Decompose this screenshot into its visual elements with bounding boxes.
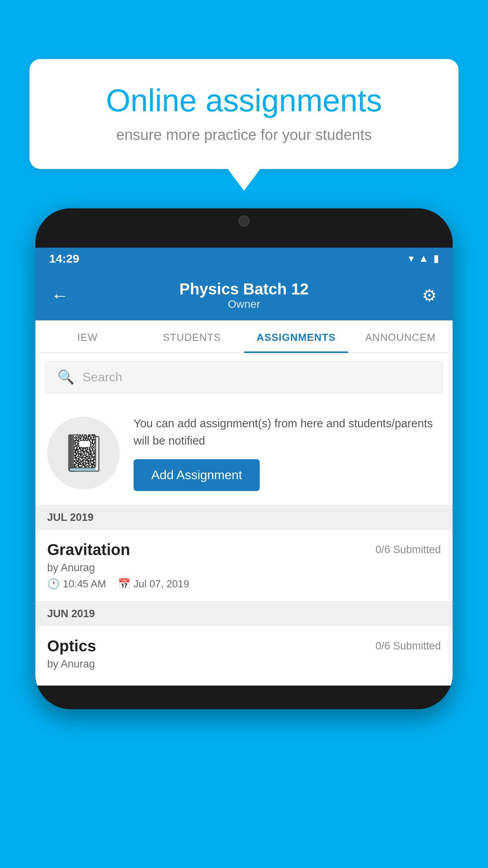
add-assignment-button[interactable]: Add Assignment xyxy=(134,459,260,491)
app-header: ← Physics Batch 12 Owner ⚙ xyxy=(35,269,453,320)
section-header-jul: JUL 2019 xyxy=(35,505,453,530)
speech-bubble-container: Online assignments ensure more practice … xyxy=(29,59,459,169)
assignment-item-header: Gravitation 0/6 Submitted xyxy=(47,541,441,559)
assignment-meta-gravitation: 🕐 10:45 AM 📅 Jul 07, 2019 xyxy=(47,578,441,590)
assignment-by-gravitation: by Anurag xyxy=(47,562,441,574)
assignment-submitted-optics: 0/6 Submitted xyxy=(375,640,441,652)
add-assignment-right: You can add assignment(s) from here and … xyxy=(134,415,441,491)
section-header-jun: JUN 2019 xyxy=(35,601,453,626)
header-title: Physics Batch 12 xyxy=(75,280,413,298)
speech-bubble-title: Online assignments xyxy=(57,83,431,119)
speech-bubble: Online assignments ensure more practice … xyxy=(29,59,459,169)
clock-icon: 🕐 xyxy=(47,578,60,590)
add-assignment-description: You can add assignment(s) from here and … xyxy=(134,415,441,449)
battery-icon: ▮ xyxy=(433,252,439,265)
assignment-item-optics[interactable]: Optics 0/6 Submitted by Anurag xyxy=(35,626,453,686)
phone-content: 🔍 Search 📓 You can add assignment(s) fro… xyxy=(35,353,453,686)
calendar-icon: 📅 xyxy=(118,578,130,590)
search-bar: 🔍 Search xyxy=(35,353,453,401)
add-assignment-area: 📓 You can add assignment(s) from here an… xyxy=(35,401,453,505)
date-value: Jul 07, 2019 xyxy=(134,578,189,590)
time-value: 10:45 AM xyxy=(63,578,106,590)
phone-notch xyxy=(201,208,287,232)
phone-bottom-bar xyxy=(35,686,453,709)
signal-icon: ▲ xyxy=(418,252,429,265)
tab-students[interactable]: STUDENTS xyxy=(140,320,244,352)
phone-camera xyxy=(238,215,250,226)
assignment-by-optics: by Anurag xyxy=(47,658,441,670)
wifi-icon: ▾ xyxy=(409,252,414,265)
assignment-icon-circle: 📓 xyxy=(47,417,120,489)
search-placeholder: Search xyxy=(83,370,122,384)
status-icons: ▾ ▲ ▮ xyxy=(409,252,439,265)
header-subtitle: Owner xyxy=(75,298,413,311)
header-center: Physics Batch 12 Owner xyxy=(75,280,413,311)
assignment-item-header-optics: Optics 0/6 Submitted xyxy=(47,637,441,655)
search-input[interactable]: 🔍 Search xyxy=(45,361,443,394)
phone-frame: 14:29 ▾ ▲ ▮ ← Physics Batch 12 Owner ⚙ I… xyxy=(35,208,453,709)
tab-iew[interactable]: IEW xyxy=(35,320,140,352)
search-icon: 🔍 xyxy=(57,369,75,385)
tab-announcements[interactable]: ANNOUNCEM xyxy=(349,320,453,352)
tab-assignments[interactable]: ASSIGNMENTS xyxy=(244,320,349,352)
assignment-item-gravitation[interactable]: Gravitation 0/6 Submitted by Anurag 🕐 10… xyxy=(35,530,453,601)
phone-top xyxy=(35,208,453,248)
status-time: 14:29 xyxy=(49,252,79,265)
assignment-submitted-gravitation: 0/6 Submitted xyxy=(375,544,441,556)
back-button[interactable]: ← xyxy=(51,285,75,306)
tabs-bar: IEW STUDENTS ASSIGNMENTS ANNOUNCEM xyxy=(35,320,453,353)
assignment-name-optics: Optics xyxy=(47,637,96,655)
speech-bubble-subtitle: ensure more practice for your students xyxy=(57,127,431,143)
settings-button[interactable]: ⚙ xyxy=(413,286,437,305)
notebook-icon: 📓 xyxy=(62,432,106,474)
assignment-time-gravitation: 🕐 10:45 AM xyxy=(47,578,106,590)
assignment-name-gravitation: Gravitation xyxy=(47,541,130,559)
assignment-date-gravitation: 📅 Jul 07, 2019 xyxy=(118,578,189,590)
status-bar: 14:29 ▾ ▲ ▮ xyxy=(35,248,453,269)
